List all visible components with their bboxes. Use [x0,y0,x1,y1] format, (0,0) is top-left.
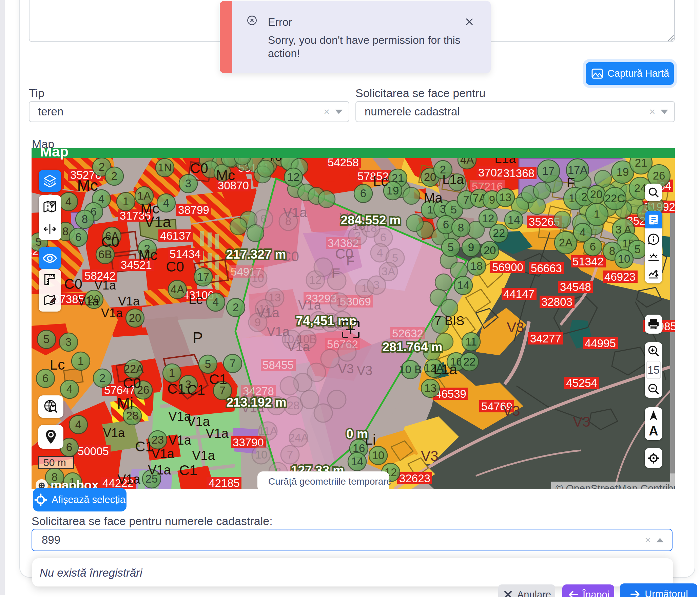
svg-text:6: 6 [380,231,386,244]
svg-text:20: 20 [484,244,496,257]
svg-text:50005: 50005 [78,445,109,458]
svg-text:F: F [346,253,354,268]
svg-text:4: 4 [163,197,169,209]
svg-text:6: 6 [42,372,48,385]
svg-text:42185: 42185 [209,477,240,489]
svg-text:34277: 34277 [530,332,561,345]
svg-text:2: 2 [99,372,105,384]
svg-text:20: 20 [590,188,603,201]
svg-text:V1a: V1a [298,298,321,312]
svg-text:56663: 56663 [531,262,562,275]
svg-text:13: 13 [499,191,512,204]
svg-text:7: 7 [463,193,469,206]
svg-text:V3: V3 [507,319,524,335]
svg-text:12: 12 [287,171,300,183]
svg-text:34548: 34548 [560,281,591,293]
svg-text:2: 2 [111,170,117,182]
svg-text:V1a: V1a [144,213,171,230]
svg-text:L1a: L1a [433,361,458,377]
svg-text:6: 6 [66,441,72,453]
svg-text:4: 4 [580,226,586,239]
svg-text:V1a: V1a [151,447,174,461]
svg-text:4: 4 [65,195,72,208]
svg-text:V3: V3 [421,448,438,464]
svg-text:4A: 4A [171,283,184,296]
svg-text:2: 2 [233,301,239,314]
svg-text:© OpenStreetMap Contributors: © OpenStreetMap Contributors [556,483,675,489]
svg-text:52632: 52632 [392,327,423,340]
svg-text:5: 5 [43,333,50,346]
svg-text:281.764 m: 281.764 m [383,340,443,354]
svg-text:6: 6 [443,218,449,231]
svg-text:2A: 2A [559,236,572,249]
svg-text:74,451 mp: 74,451 mp [296,314,357,328]
svg-text:C0: C0 [123,375,141,391]
svg-text:L1a: L1a [442,172,464,187]
svg-text:V1a: V1a [77,294,99,308]
svg-text:7: 7 [287,448,293,461]
svg-text:6: 6 [260,212,267,225]
svg-text:51342: 51342 [572,255,604,268]
svg-text:Mi: Mi [117,394,134,412]
svg-text:5: 5 [451,203,457,216]
svg-text:V3: V3 [357,363,372,378]
svg-text:28: 28 [287,399,300,412]
svg-text:Mc: Mc [216,167,235,183]
svg-text:5: 5 [392,251,398,264]
svg-text:V1a: V1a [256,306,279,320]
svg-text:C1: C1 [135,439,153,454]
svg-text:10: 10 [252,272,264,284]
svg-text:44995: 44995 [585,337,616,350]
svg-text:1: 1 [336,296,342,308]
svg-text:2: 2 [581,190,587,203]
svg-text:38799: 38799 [178,204,209,216]
svg-text:32803: 32803 [541,296,572,308]
svg-text:22C: 22C [605,192,625,205]
svg-text:1N: 1N [158,161,172,174]
svg-text:6B: 6B [98,248,112,261]
svg-text:F: F [331,265,340,281]
svg-text:6: 6 [590,240,596,253]
svg-text:21: 21 [635,156,647,169]
svg-text:7 BIS: 7 BIS [434,314,464,328]
svg-text:V1a: V1a [267,324,290,339]
svg-text:4: 4 [213,296,219,308]
svg-text:17A: 17A [568,164,588,176]
svg-text:5: 5 [635,243,641,256]
svg-text:V1a: V1a [94,278,116,292]
svg-text:1: 1 [594,208,600,221]
svg-text:Lc: Lc [189,292,203,307]
svg-text:19: 19 [617,166,629,178]
svg-text:1: 1 [169,367,175,379]
svg-text:12: 12 [482,212,494,225]
svg-text:Mc: Mc [138,247,157,263]
svg-text:22A: 22A [124,362,144,375]
svg-text:0 m: 0 m [346,427,368,441]
svg-text:5: 5 [448,241,454,254]
svg-text:18: 18 [470,260,483,272]
svg-text:C0: C0 [190,160,208,176]
svg-text:4: 4 [66,383,73,395]
svg-text:4: 4 [75,418,81,431]
svg-text:14: 14 [508,213,520,226]
svg-text:Ma: Ma [424,190,443,205]
svg-text:3A: 3A [382,265,395,278]
svg-text:4: 4 [98,192,104,205]
svg-text:23: 23 [152,433,164,446]
svg-text:4: 4 [377,246,383,259]
svg-text:14: 14 [457,279,470,292]
svg-text:C1: C1 [167,381,186,397]
svg-text:46137: 46137 [160,229,191,242]
svg-text:17: 17 [542,165,555,177]
svg-text:8: 8 [82,213,88,225]
svg-text:P: P [193,329,203,347]
svg-text:22: 22 [493,227,505,239]
svg-text:V1a: V1a [101,306,123,320]
svg-text:213.192 m: 213.192 m [227,395,287,409]
svg-text:24A: 24A [289,431,309,444]
svg-text:Mc: Mc [77,176,98,194]
svg-text:3: 3 [65,336,72,348]
svg-text:1: 1 [78,355,84,367]
svg-text:8: 8 [62,225,69,238]
svg-text:V1a: V1a [192,448,215,463]
